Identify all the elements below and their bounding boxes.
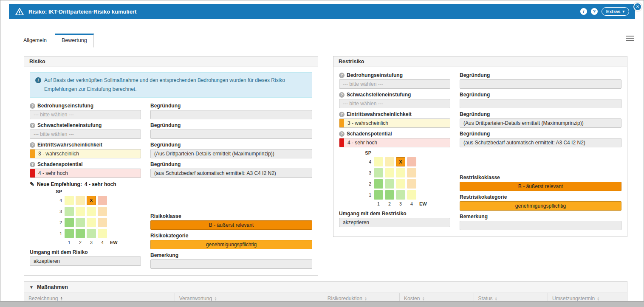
damage-color-chip: [339, 138, 344, 147]
hamburger-menu-icon[interactable]: [626, 36, 634, 41]
schadenspotential-field[interactable]: 4 - sehr hoch: [30, 169, 141, 178]
matrix-cell[interactable]: [65, 218, 74, 227]
matrix-cell[interactable]: [385, 179, 394, 189]
rest-schadenspotential-field[interactable]: 4 - sehr hoch: [339, 138, 450, 147]
matrix-cell[interactable]: [396, 179, 405, 189]
info-icon[interactable]: i: [580, 8, 587, 15]
rest-begruendung-input-2[interactable]: [460, 99, 621, 108]
eintrittswahrscheinlichkeit-field[interactable]: 3 - wahrscheinlich: [30, 149, 141, 158]
rest-begruendung-input-4[interactable]: (aus Schutzbedarf automatisch ermittelt:…: [460, 138, 621, 147]
new-recommendation-row: ✎ Neue Empfehlung: 4 - sehr hoch: [30, 181, 141, 187]
rest-umgang-label: Umgang mit dem Restrisiko: [339, 211, 407, 217]
matrix-marker-cell[interactable]: X: [396, 157, 405, 166]
matrix-cell[interactable]: [65, 196, 74, 205]
eintritt-label: Eintrittswahrscheinlichkeit: [37, 142, 102, 148]
matrix-cell[interactable]: [374, 190, 383, 200]
help-circle-icon[interactable]: ?: [339, 73, 345, 78]
matrix-y-tick: 1: [54, 231, 62, 236]
rest-begruendung-input-1[interactable]: [460, 79, 621, 89]
matrix-y-tick: 3: [54, 209, 62, 214]
matrix-cell[interactable]: [385, 157, 394, 166]
bemerkung-input[interactable]: [150, 259, 312, 269]
column-label: Risikoreduktion: [328, 296, 362, 301]
matrix-cell[interactable]: [407, 179, 416, 189]
matrix-marker-cell[interactable]: X: [87, 196, 96, 205]
matrix-cell[interactable]: [396, 168, 405, 177]
collapse-triangle-icon: ▼: [29, 285, 34, 290]
help-circle-icon[interactable]: ?: [30, 103, 35, 109]
massnahmen-section-header[interactable]: ▼ Maßnahmen: [24, 282, 627, 293]
table-column-header[interactable]: Umsetzungstermin▲▼: [548, 293, 627, 301]
begruendung-input-4[interactable]: (aus Schutzbedarf automatisch ermittelt:…: [150, 169, 312, 178]
begruendung-input-3[interactable]: (Aus Drittparteien-Details ermittelt (Ma…: [150, 149, 312, 158]
rest-schaden-value: 4 - sehr hoch: [347, 140, 377, 146]
help-circle-icon[interactable]: ?: [339, 92, 345, 98]
matrix-cell[interactable]: [98, 218, 107, 227]
matrix-cell[interactable]: [98, 229, 107, 238]
tab-bewertung[interactable]: Bewertung: [55, 34, 94, 48]
column-label: Bezeichnung: [28, 296, 58, 301]
matrix-cell[interactable]: [65, 229, 74, 238]
tab-bar: Allgemein Bewertung: [17, 33, 634, 48]
table-column-header[interactable]: Risikoreduktion▲▼: [323, 293, 400, 301]
matrix-y-axis-label: SP: [363, 150, 371, 155]
matrix-cell[interactable]: [407, 190, 416, 200]
matrix-x-tick: 1: [65, 240, 74, 245]
risikoklasse-bar: B - äußerst relevant: [150, 220, 312, 230]
rest-eintrittswahrscheinlichkeit-field[interactable]: 3 - wahrscheinlich: [339, 118, 450, 128]
matrix-x-tick: 3: [396, 201, 405, 206]
extras-button[interactable]: Extras ▾: [602, 7, 629, 16]
rest-bedrohungseinstufung-select[interactable]: --- bitte wählen ---: [339, 79, 450, 89]
rest-bemerkung-input[interactable]: [460, 221, 621, 230]
risk-dialog: Risiko: IKT-Drittparteien-Risiko kumulie…: [0, 0, 644, 301]
help-icon[interactable]: ?: [591, 8, 598, 15]
help-circle-icon[interactable]: ?: [30, 142, 35, 148]
risiko-panel: Risiko i Auf Basis der verknüpften Sollm…: [24, 56, 318, 276]
table-column-header[interactable]: Status▲▼: [474, 293, 548, 301]
matrix-cell[interactable]: [76, 218, 85, 227]
matrix-cell[interactable]: [374, 157, 383, 166]
matrix-cell[interactable]: [76, 207, 85, 216]
close-button[interactable]: ✕: [633, 3, 642, 11]
matrix-y-axis-label: SP: [54, 189, 62, 194]
matrix-cell[interactable]: [87, 229, 96, 238]
matrix-cell[interactable]: [407, 157, 416, 166]
help-circle-icon[interactable]: ?: [30, 162, 35, 167]
matrix-cell[interactable]: [87, 218, 96, 227]
help-circle-icon[interactable]: ?: [339, 112, 345, 117]
help-circle-icon[interactable]: ?: [339, 131, 345, 137]
matrix-cell[interactable]: [374, 168, 383, 177]
residual-risk-matrix: SP 4X3211234EW: [363, 150, 450, 206]
rest-begruendung-input-3[interactable]: (Aus Drittparteien-Details ermittelt (Ma…: [460, 118, 621, 128]
restrisiko-panel: Restrisiko ?Bedrohungseinstufung --- bit…: [333, 56, 627, 237]
table-column-header[interactable]: Kosten▲▼: [400, 293, 474, 301]
matrix-cell[interactable]: [76, 229, 85, 238]
umgang-risiko-select[interactable]: akzeptieren: [30, 256, 141, 266]
sort-arrows-icon: ▲▼: [364, 296, 367, 301]
risiko-panel-title: Risiko: [24, 56, 318, 67]
umgang-restrisiko-select[interactable]: akzeptieren: [339, 218, 450, 227]
table-column-header[interactable]: Verantwortung▲▼: [175, 293, 323, 301]
begruendung-input-2[interactable]: [150, 130, 312, 139]
rest-eintritt-value: 3 - wahrscheinlich: [347, 120, 388, 126]
tab-allgemein[interactable]: Allgemein: [17, 34, 54, 48]
matrix-cell[interactable]: [385, 168, 394, 177]
matrix-cell[interactable]: [98, 196, 107, 205]
matrix-cell[interactable]: [65, 207, 74, 216]
edit-pencil-icon[interactable]: ✎: [30, 181, 34, 187]
matrix-cell[interactable]: [76, 196, 85, 205]
help-circle-icon[interactable]: ?: [30, 123, 35, 128]
begruendung-label: Begründung: [460, 111, 490, 117]
matrix-cell[interactable]: [396, 190, 405, 200]
begruendung-input-1[interactable]: [150, 110, 312, 119]
matrix-cell[interactable]: [98, 207, 107, 216]
rest-schwachstelleneinstufung-select[interactable]: --- bitte wählen ---: [339, 99, 450, 108]
bedrohungseinstufung-select[interactable]: --- bitte wählen ---: [30, 110, 141, 119]
schwachstelleneinstufung-select[interactable]: --- bitte wählen ---: [30, 130, 141, 139]
table-column-header[interactable]: Bezeichnung▲▼: [24, 293, 175, 301]
matrix-cell[interactable]: [407, 168, 416, 177]
matrix-cell[interactable]: [87, 207, 96, 216]
matrix-cell[interactable]: [374, 179, 383, 189]
extras-label: Extras: [606, 9, 621, 14]
matrix-cell[interactable]: [385, 190, 394, 200]
